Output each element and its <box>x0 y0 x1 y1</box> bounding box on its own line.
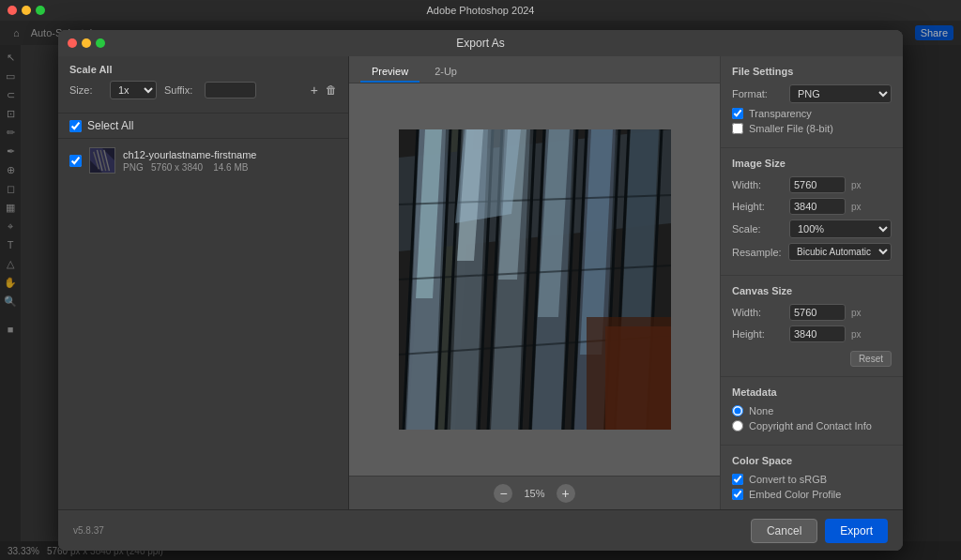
canvas-height-input[interactable] <box>789 325 846 342</box>
dialog-titlebar: Export As <box>58 30 903 56</box>
preview-image <box>399 129 671 430</box>
file-format: PNG <box>123 162 144 173</box>
app-title: Adobe Photoshop 2024 <box>427 5 535 16</box>
size-select[interactable]: 1x 2x 3x <box>110 81 157 99</box>
dialog-body: Scale All Size: 1x 2x 3x Suffix: + 🗑 <box>58 56 903 509</box>
dialog-preview-panel: Preview 2-Up <box>349 56 720 509</box>
zoom-out-button[interactable]: − <box>494 484 512 503</box>
convert-srgb-row: Convert to sRGB <box>732 474 892 485</box>
scale-field-label: Scale: <box>732 223 784 235</box>
transparency-row: Transparency <box>732 108 892 119</box>
file-meta: PNG 5760 x 3840 14.6 MB <box>123 162 337 173</box>
smaller-file-label: Smaller File (8-bit) <box>749 123 833 134</box>
smaller-file-checkbox[interactable] <box>732 123 743 134</box>
preview-controls: − 15% + <box>349 476 720 509</box>
add-scale-button[interactable]: + <box>311 83 318 98</box>
image-height-row: Height: px <box>732 198 892 215</box>
tab-preview[interactable]: Preview <box>360 62 419 83</box>
suffix-input[interactable] <box>205 82 256 98</box>
resample-row: Resample: Bicubic Automatic Bilinear Nea… <box>732 243 892 261</box>
convert-srgb-label: Convert to sRGB <box>749 474 827 485</box>
embed-profile-checkbox[interactable] <box>732 489 743 500</box>
svg-marker-43 <box>455 129 521 223</box>
image-width-label: Width: <box>732 179 784 190</box>
dialog-minimize[interactable] <box>82 38 91 48</box>
scale-row: Scale: 100% 50% 200% <box>732 219 892 238</box>
preview-tabs: Preview 2-Up <box>349 56 720 83</box>
dialog-traffic-lights <box>68 38 105 48</box>
minimize-button[interactable] <box>22 6 31 15</box>
select-all-label: Select All <box>87 119 133 132</box>
select-all-checkbox[interactable] <box>69 120 82 132</box>
file-settings-title: File Settings <box>732 66 892 77</box>
metadata-copyright-radio[interactable] <box>732 420 743 431</box>
close-button[interactable] <box>8 6 17 15</box>
image-size-title: Image Size <box>732 158 892 169</box>
scale-row: Size: 1x 2x 3x Suffix: + 🗑 <box>69 81 337 99</box>
export-button[interactable]: Export <box>825 519 888 543</box>
reset-button[interactable]: Reset <box>850 351 892 367</box>
metadata-copyright-label: Copyright and Contact Info <box>749 420 872 431</box>
scale-title: Scale All <box>69 64 337 75</box>
canvas-height-unit: px <box>851 329 862 340</box>
file-item-checkbox[interactable] <box>69 155 82 167</box>
suffix-label: Suffix: <box>164 84 197 96</box>
tab-2up[interactable]: 2-Up <box>423 62 468 83</box>
convert-srgb-checkbox[interactable] <box>732 474 743 485</box>
image-width-input[interactable] <box>789 176 846 193</box>
transparency-label: Transparency <box>749 108 812 119</box>
zoom-in-button[interactable]: + <box>557 484 575 503</box>
preview-area <box>349 83 720 476</box>
file-dimensions: 5760 x 3840 <box>151 162 203 173</box>
color-space-section: Color Space Convert to sRGB Embed Color … <box>721 446 903 509</box>
image-height-label: Height: <box>732 201 784 212</box>
resample-select[interactable]: Bicubic Automatic Bilinear Nearest Neigh… <box>788 243 892 261</box>
metadata-none-label: None <box>749 405 773 416</box>
format-select[interactable]: PNG JPEG GIF SVG <box>789 84 892 103</box>
zoom-level-display: 15% <box>524 488 544 499</box>
metadata-section: Metadata None Copyright and Contact Info <box>721 377 903 446</box>
macos-titlebar: Adobe Photoshop 2024 <box>0 0 961 21</box>
file-list: ch12-yourlastname-firstname PNG 5760 x 3… <box>58 139 348 509</box>
file-thumbnail <box>89 147 115 174</box>
image-width-row: Width: px <box>732 176 892 193</box>
image-size-section: Image Size Width: px Height: px Scale: <box>721 148 903 276</box>
embed-profile-label: Embed Color Profile <box>749 489 841 500</box>
version-text: v5.8.37 <box>73 525 104 536</box>
transparency-checkbox[interactable] <box>732 108 743 119</box>
size-label: Size: <box>69 84 102 96</box>
image-height-unit: px <box>851 202 862 212</box>
dialog-footer: v5.8.37 Cancel Export <box>58 509 903 551</box>
select-all-row: Select All <box>58 114 348 139</box>
export-dialog: Export As Scale All Size: 1x 2x 3x Su <box>58 30 903 551</box>
remove-scale-button[interactable]: 🗑 <box>326 83 337 97</box>
canvas-width-label: Width: <box>732 307 784 318</box>
format-row: Format: PNG JPEG GIF SVG <box>732 84 892 103</box>
metadata-copyright-row: Copyright and Contact Info <box>732 420 892 431</box>
resample-label: Resample: <box>732 247 783 258</box>
metadata-none-row: None <box>732 405 892 416</box>
file-settings-section: File Settings Format: PNG JPEG GIF SVG T… <box>721 56 903 148</box>
metadata-title: Metadata <box>732 386 892 398</box>
traffic-lights <box>8 6 45 15</box>
dialog-maximize[interactable] <box>96 38 105 48</box>
canvas-height-label: Height: <box>732 328 784 340</box>
file-info: ch12-yourlastname-firstname PNG 5760 x 3… <box>123 149 337 173</box>
image-height-input[interactable] <box>789 198 846 215</box>
canvas-size-section: Canvas Size Width: px Height: px Reset <box>721 276 903 377</box>
canvas-width-unit: px <box>851 308 862 318</box>
canvas-width-row: Width: px <box>732 304 892 321</box>
maximize-button[interactable] <box>36 6 45 15</box>
scale-select[interactable]: 100% 50% 200% <box>789 219 892 238</box>
metadata-none-radio[interactable] <box>732 405 743 416</box>
cancel-button[interactable]: Cancel <box>751 519 817 543</box>
svg-rect-42 <box>605 326 671 430</box>
file-size: 14.6 MB <box>213 162 248 173</box>
smaller-file-row: Smaller File (8-bit) <box>732 123 892 134</box>
dialog-close[interactable] <box>68 38 77 48</box>
file-item[interactable]: ch12-yourlastname-firstname PNG 5760 x 3… <box>58 143 348 178</box>
file-name: ch12-yourlastname-firstname <box>123 149 337 160</box>
scale-section: Scale All Size: 1x 2x 3x Suffix: + 🗑 <box>58 56 348 114</box>
image-width-unit: px <box>851 180 862 190</box>
canvas-width-input[interactable] <box>789 304 846 321</box>
